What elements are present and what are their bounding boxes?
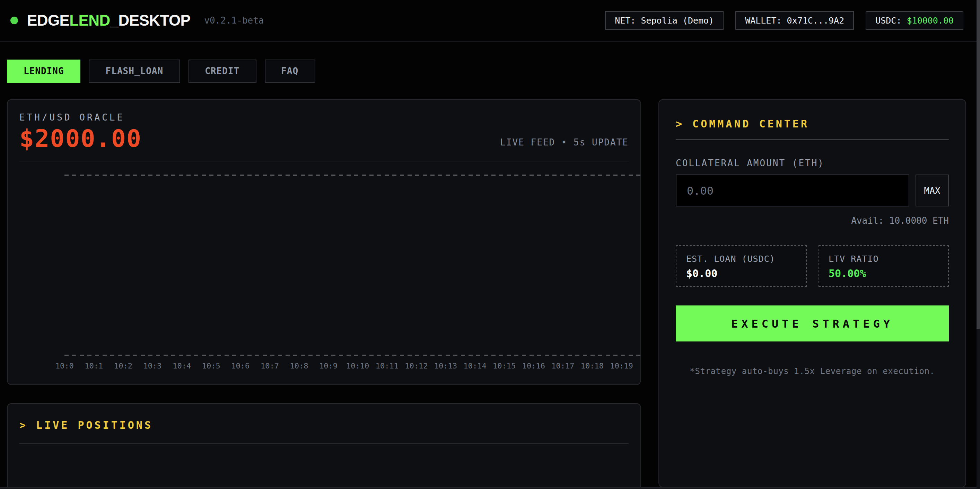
x-axis-tick: 10:5 <box>196 362 226 371</box>
x-axis-tick: 10:16 <box>519 362 549 371</box>
wallet-badge-value: 0x71C...9A2 <box>787 15 845 25</box>
x-axis-tick: 10:4 <box>167 362 196 371</box>
est-loan-value: $0.00 <box>686 267 796 280</box>
x-axis-tick: 10:10 <box>343 362 372 371</box>
x-axis-tick: 10:3 <box>138 362 167 371</box>
network-badge-label: NET: <box>615 15 636 25</box>
oracle-divider <box>19 161 628 161</box>
tab-credit[interactable]: CREDIT <box>188 60 256 83</box>
x-axis-tick: 10:1 <box>80 362 109 371</box>
loan-stats: EST. LOAN (USDC) $0.00 LTV RATIO 50.00% <box>676 245 949 287</box>
tab-faq[interactable]: FAQ <box>264 60 315 83</box>
command-center-card: > COMMAND CENTER COLLATERAL AMOUNT (ETH)… <box>659 99 966 487</box>
wallet-badge: WALLET: 0x71C...9A2 <box>735 11 854 30</box>
x-axis-tick: 10:14 <box>460 362 490 371</box>
scrollbar-thumb[interactable] <box>977 0 980 329</box>
collateral-amount-label: COLLATERAL AMOUNT (ETH) <box>676 158 949 168</box>
usdc-badge-value: $10000.00 <box>907 15 954 25</box>
app-title-part1: EDGE <box>27 11 69 29</box>
x-axis-labels: 10:010:110:210:310:410:510:610:710:810:9… <box>50 362 641 371</box>
bottom-edge-strip <box>0 487 980 489</box>
ltv-ratio-value: 50.00% <box>829 267 939 280</box>
oracle-pair-label: ETH/USD ORACLE <box>19 112 628 122</box>
max-button[interactable]: MAX <box>916 175 949 206</box>
main-content: ETH/USD ORACLE $2000.00 LIVE FEED • 5s U… <box>7 99 966 489</box>
oracle-header: ETH/USD ORACLE $2000.00 LIVE FEED • 5s U… <box>19 112 628 152</box>
ltv-ratio-box: LTV RATIO 50.00% <box>818 245 949 287</box>
left-column: ETH/USD ORACLE $2000.00 LIVE FEED • 5s U… <box>7 99 641 489</box>
live-feed-status: LIVE FEED • 5s UPDATE <box>500 137 628 148</box>
command-center-divider <box>676 139 949 140</box>
status-dot-icon <box>10 17 18 24</box>
x-axis-tick: 10:15 <box>490 362 519 371</box>
wallet-badge-label: WALLET: <box>745 15 781 25</box>
app-header: EDGELEND_DESKTOP v0.2.1-beta NET: Sepoli… <box>0 0 980 41</box>
live-positions-divider <box>19 443 628 444</box>
header-badges: NET: Sepolia (Demo) WALLET: 0x71C...9A2 … <box>605 11 963 30</box>
x-axis-tick: 10:2 <box>108 362 138 371</box>
x-axis-tick: 10:19 <box>607 362 636 371</box>
x-axis-tick: 10:7 <box>255 362 285 371</box>
live-positions-title: > LIVE POSITIONS <box>19 419 628 432</box>
available-balance: Avail: 10.0000 ETH <box>676 215 949 226</box>
app-title-part3: _DESKTOP <box>110 11 191 29</box>
chart-gridline-bottom <box>64 355 641 356</box>
command-center-title: > COMMAND CENTER <box>676 118 949 130</box>
app-title: EDGELEND_DESKTOP <box>27 11 190 29</box>
x-axis-tick: 10:11 <box>372 362 402 371</box>
network-badge: NET: Sepolia (Demo) <box>605 11 724 30</box>
x-axis-tick: 10:8 <box>285 362 314 371</box>
est-loan-label: EST. LOAN (USDC) <box>686 254 796 264</box>
tab-bar: LENDING FLASH_LOAN CREDIT FAQ <box>7 60 966 83</box>
live-positions-card: > LIVE POSITIONS <box>7 403 641 489</box>
x-axis-tick: 10:12 <box>402 362 431 371</box>
tab-lending[interactable]: LENDING <box>7 60 81 83</box>
price-chart: 10:010:110:210:310:410:510:610:710:810:9… <box>64 175 641 371</box>
app-version: v0.2.1-beta <box>204 15 264 25</box>
app-title-part2: LEND <box>69 11 110 29</box>
collateral-amount-input[interactable] <box>676 175 909 206</box>
right-column: > COMMAND CENTER COLLATERAL AMOUNT (ETH)… <box>659 99 966 487</box>
oracle-chart-card: ETH/USD ORACLE $2000.00 LIVE FEED • 5s U… <box>7 99 641 385</box>
network-badge-value: Sepolia (Demo) <box>641 15 714 25</box>
x-axis-tick: 10:18 <box>578 362 607 371</box>
x-axis-tick: 10:6 <box>226 362 255 371</box>
usdc-balance-badge: USDC: $10000.00 <box>865 11 963 30</box>
collateral-input-row: MAX <box>676 175 949 206</box>
x-axis-tick: 10:13 <box>431 362 461 371</box>
chart-plot-area <box>64 176 641 355</box>
x-axis-tick: 10:9 <box>313 362 343 371</box>
ltv-ratio-label: LTV RATIO <box>829 254 939 264</box>
strategy-footnote: *Strategy auto-buys 1.5x Leverage on exe… <box>676 367 949 376</box>
app-window: EDGELEND_DESKTOP v0.2.1-beta NET: Sepoli… <box>0 0 980 489</box>
est-loan-box: EST. LOAN (USDC) $0.00 <box>676 245 807 287</box>
page-scrollbar[interactable] <box>977 0 980 489</box>
x-axis-tick: 10:17 <box>548 362 578 371</box>
execute-strategy-button[interactable]: EXECUTE STRATEGY <box>676 305 949 341</box>
tab-flash-loan[interactable]: FLASH_LOAN <box>89 60 180 83</box>
x-axis-tick: 10:0 <box>50 362 80 371</box>
usdc-badge-label: USDC: <box>875 15 901 25</box>
